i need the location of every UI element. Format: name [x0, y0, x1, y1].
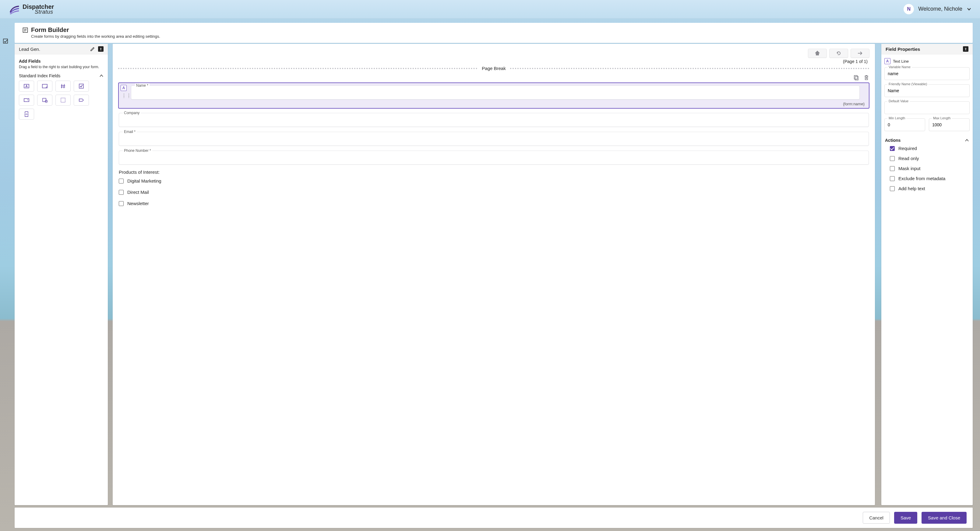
- page-subtitle: Create forms by dragging fields into the…: [31, 34, 965, 39]
- cancel-button[interactable]: Cancel: [863, 512, 890, 524]
- field-type-label: Text Line: [893, 59, 909, 63]
- svg-rect-12: [61, 98, 65, 102]
- page-break-icon: [24, 111, 30, 117]
- welcome-text: Welcome, Nichole: [918, 6, 963, 12]
- default-value-input[interactable]: [885, 101, 970, 114]
- newsletter-row[interactable]: Newsletter: [119, 201, 869, 206]
- chevron-down-icon[interactable]: [967, 7, 972, 11]
- page-break-label: Page Break: [482, 66, 506, 71]
- direct-mail-row[interactable]: Direct Mail: [119, 190, 869, 195]
- right-panel-title: Field Properties: [886, 46, 920, 52]
- required-option[interactable]: Required: [890, 146, 969, 151]
- rail-toggle-icon[interactable]: [2, 38, 9, 45]
- checkbox-icon[interactable]: [119, 179, 124, 184]
- app-header: Dispatcher Stratus N Welcome, Nichole: [0, 0, 980, 18]
- field-binding-text: {form:name}: [843, 101, 865, 106]
- text-line-tile[interactable]: A: [19, 81, 34, 92]
- drag-handle-icon[interactable]: ⋮⋮⋮⋮: [122, 94, 132, 97]
- min-length-label: Min Length: [888, 116, 906, 120]
- help-text-option[interactable]: Add help text: [890, 186, 969, 191]
- name-input-label: Name *: [135, 83, 150, 88]
- min-length-input[interactable]: [885, 118, 925, 131]
- home-button[interactable]: [808, 49, 827, 58]
- refresh-icon: [836, 51, 842, 56]
- page-indicator: (Page 1 of 1): [118, 59, 868, 64]
- add-fields-hint: Drag a field to the right to start build…: [19, 65, 103, 69]
- actions-heading: Actions: [885, 138, 900, 143]
- page-title: Form Builder: [31, 27, 69, 33]
- pin-icon[interactable]: [98, 46, 103, 52]
- required-label: Required: [898, 146, 917, 151]
- text-area-tile[interactable]: [37, 81, 52, 92]
- date-icon: [42, 97, 48, 103]
- checkbox-icon[interactable]: [890, 186, 895, 191]
- direct-mail-label: Direct Mail: [127, 190, 149, 195]
- save-button[interactable]: Save: [894, 512, 917, 524]
- email-input[interactable]: [123, 137, 865, 142]
- page-break-tile[interactable]: [19, 109, 34, 120]
- digital-marketing-row[interactable]: Digital Marketing: [119, 178, 869, 184]
- arrow-right-icon: [857, 51, 863, 56]
- form-icon: [22, 27, 28, 33]
- save-and-close-button[interactable]: Save and Close: [921, 512, 967, 524]
- standard-index-fields-toggle[interactable]: Standard Index Fields: [19, 73, 103, 78]
- mask-label: Mask input: [898, 166, 921, 171]
- max-length-input[interactable]: [929, 118, 970, 131]
- name-input-wrap: Name *: [131, 86, 860, 100]
- readonly-label: Read only: [898, 156, 919, 161]
- refresh-button[interactable]: [829, 49, 848, 58]
- selected-field-block[interactable]: A ⋮⋮⋮⋮ Name * {form:name}: [118, 82, 869, 109]
- user-menu[interactable]: N Welcome, Nichole: [904, 4, 972, 14]
- label-tile[interactable]: [74, 95, 89, 106]
- dropdown-icon: [24, 97, 30, 103]
- checkbox-icon: [78, 83, 84, 89]
- checkbox-icon[interactable]: [119, 201, 124, 206]
- variable-name-label: Variable Name: [888, 65, 912, 69]
- number-tile[interactable]: [56, 81, 71, 92]
- text-line-badge-icon: A: [121, 85, 127, 91]
- checkbox-icon[interactable]: [890, 166, 895, 171]
- text-area-icon: [42, 83, 48, 89]
- page-header: Form Builder Create forms by dragging fi…: [14, 23, 973, 43]
- pin-icon[interactable]: [963, 46, 969, 52]
- dropdown-tile[interactable]: [19, 95, 34, 106]
- company-field-block[interactable]: Company: [119, 113, 869, 127]
- next-button[interactable]: [851, 49, 869, 58]
- products-section-label: Products of Interest:: [119, 170, 869, 175]
- variable-name-input[interactable]: [885, 67, 970, 80]
- mask-option[interactable]: Mask input: [890, 166, 969, 171]
- duplicate-field-icon[interactable]: [853, 74, 859, 81]
- help-text-label: Add help text: [898, 186, 925, 191]
- name-input[interactable]: [135, 91, 856, 95]
- group-tile[interactable]: [56, 95, 71, 106]
- phone-input[interactable]: [123, 156, 865, 161]
- group-icon: [60, 97, 66, 103]
- friendly-name-input[interactable]: [885, 84, 970, 97]
- text-line-badge-icon: A: [885, 58, 891, 64]
- readonly-option[interactable]: Read only: [890, 156, 969, 161]
- right-panel-header: Field Properties: [881, 44, 973, 54]
- left-panel-header: Lead Gen.: [14, 44, 108, 54]
- company-input-label: Company: [123, 111, 141, 115]
- date-tile[interactable]: [37, 95, 52, 106]
- right-panel: Field Properties A Text Line Variable Na…: [881, 44, 973, 505]
- email-field-block[interactable]: Email *: [119, 132, 869, 146]
- phone-field-block[interactable]: Phone Number *: [119, 151, 869, 165]
- exclude-option[interactable]: Exclude from metadata: [890, 176, 969, 181]
- home-icon: [815, 51, 820, 56]
- svg-text:A: A: [25, 85, 27, 88]
- delete-field-icon[interactable]: [863, 74, 869, 81]
- svg-rect-4: [3, 39, 8, 43]
- brand-glyph-icon: [8, 3, 20, 15]
- exclude-label: Exclude from metadata: [898, 176, 945, 181]
- brand-logo: Dispatcher Stratus: [8, 3, 54, 15]
- actions-toggle[interactable]: Actions: [885, 138, 969, 143]
- checkbox-checked-icon[interactable]: [890, 146, 895, 151]
- company-input[interactable]: [123, 118, 865, 123]
- page-break-divider: Page Break: [118, 66, 869, 71]
- checkbox-icon[interactable]: [890, 176, 895, 181]
- checkbox-tile[interactable]: [74, 81, 89, 92]
- checkbox-icon[interactable]: [119, 190, 124, 195]
- rename-icon[interactable]: [90, 46, 95, 51]
- checkbox-icon[interactable]: [890, 156, 895, 161]
